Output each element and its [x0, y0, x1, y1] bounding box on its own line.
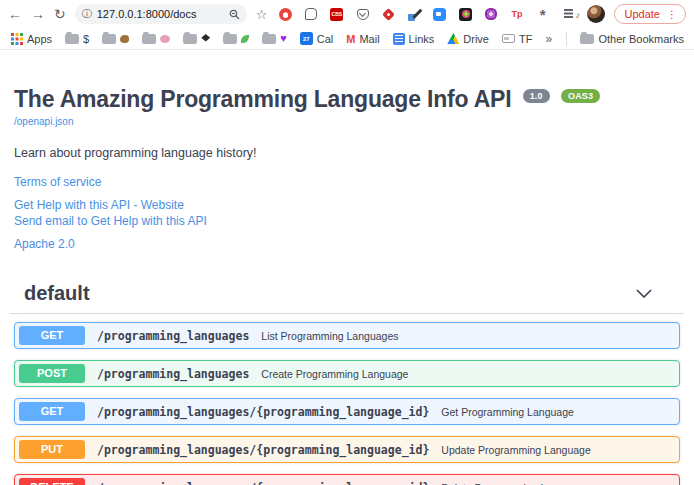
drive-icon — [447, 33, 459, 44]
op-summary: Get Programming Language — [441, 406, 574, 418]
openapi-spec-link[interactable]: /openapi.json — [14, 116, 74, 127]
op-summary: Update Programming Language — [441, 444, 590, 456]
bookmark-folder-horse[interactable] — [102, 34, 129, 44]
method-badge: PUT — [19, 440, 85, 459]
color-picker-icon-shape — [408, 8, 421, 21]
zoom-meeting-icon[interactable] — [433, 7, 447, 21]
op-summary: List Programming Languages — [261, 330, 398, 342]
address-bar[interactable]: ⓘ 127.0.0.1:8000/docs — [75, 4, 247, 24]
folder-icon — [262, 34, 276, 44]
bookmark-folder-leaf[interactable] — [223, 34, 249, 44]
op-path: /programming_languages/{programming_lang… — [97, 481, 429, 485]
extensions-row: CBS Tp — [276, 7, 577, 21]
purple-heart-emoji — [280, 33, 287, 44]
folder-icon — [142, 34, 156, 44]
cbs-icon[interactable]: CBS — [330, 7, 344, 21]
bookmark-item-links[interactable]: Links — [393, 33, 435, 45]
folder-icon — [183, 34, 197, 44]
help-email-link[interactable]: Send email to Get Help with this API — [14, 214, 207, 228]
op-get-languages[interactable]: GET /programming_languages List Programm… — [14, 322, 680, 349]
purple-flower-icon[interactable] — [484, 7, 498, 21]
tp-icon[interactable]: Tp — [510, 7, 524, 21]
oas3-badge: OAS3 — [561, 89, 600, 103]
bookmark-star-icon[interactable]: ☆ — [256, 7, 268, 22]
chat-bubble-icon-shape — [305, 8, 317, 20]
method-badge: GET — [19, 326, 85, 345]
bookmark-label: Cal — [317, 33, 334, 45]
graduation-cap-emoji — [201, 34, 210, 43]
pocket-icon[interactable] — [356, 7, 370, 21]
chat-bubble-icon[interactable] — [304, 7, 318, 21]
api-links: Terms of service Get Help with this API … — [14, 175, 680, 251]
op-path: /programming_languages — [97, 367, 249, 381]
page-title-text: The Amazing Programming Language Info AP… — [14, 86, 511, 112]
reload-icon[interactable]: ↻ — [54, 7, 66, 21]
bookmark-item-cal[interactable]: 27 Cal — [300, 32, 334, 45]
dark-flower-icon[interactable] — [459, 7, 473, 21]
op-post-language[interactable]: POST /programming_languages Create Progr… — [14, 360, 680, 387]
overflow-chevron-icon: » — [545, 32, 552, 46]
bookmark-label: Drive — [463, 33, 489, 45]
help-website-link[interactable]: Get Help with this API - Website — [14, 198, 184, 212]
bookmarks-overflow[interactable]: » — [545, 32, 552, 46]
bookmark-item-drive[interactable]: Drive — [447, 33, 489, 45]
method-badge: GET — [19, 402, 85, 421]
bookmark-item-tf[interactable]: TF — [502, 33, 532, 45]
default-tag-section: default GET /programming_languages List … — [0, 276, 694, 485]
op-path: /programming_languages — [97, 329, 249, 343]
api-description: Learn about programming language history… — [14, 146, 680, 160]
tp-icon-label: Tp — [512, 9, 523, 19]
diamond-arrow-icon-shape — [382, 8, 395, 21]
browser-toolbar: ← → ↻ ⓘ 127.0.0.1:8000/docs ☆ CBS Tp Upd… — [0, 0, 694, 28]
playlist-music-icon-shape — [564, 9, 573, 11]
diamond-arrow-icon[interactable] — [381, 7, 395, 21]
version-badge: 1.0 — [523, 89, 550, 103]
gmail-icon — [346, 33, 355, 45]
brain-emoji — [160, 35, 170, 43]
browser-menu-icon[interactable] — [667, 9, 677, 20]
op-get-language-by-id[interactable]: GET /programming_languages/{programming_… — [14, 398, 680, 425]
site-info-icon[interactable]: ⓘ — [82, 7, 92, 21]
zoom-meeting-icon-shape — [433, 8, 446, 21]
bookmarks-bar: Apps $ 27 Cal Mail Links Drive — [0, 28, 694, 50]
bookmark-item-apps[interactable]: Apps — [10, 32, 52, 45]
license-link[interactable]: Apache 2.0 — [14, 237, 75, 251]
bookmark-folder-purple-heart[interactable] — [262, 33, 287, 44]
folder-icon — [223, 34, 237, 44]
op-summary: Delete Programming Language — [441, 482, 587, 485]
bookmarks-divider — [566, 32, 567, 46]
bookmark-label: $ — [83, 33, 89, 45]
back-icon[interactable]: ← — [8, 7, 22, 21]
terms-of-service-link[interactable]: Terms of service — [14, 175, 101, 189]
dark-flower-icon-shape — [459, 8, 472, 21]
playlist-music-icon[interactable] — [561, 7, 575, 21]
bookmark-folder-brain[interactable] — [142, 34, 170, 44]
tag-title: default — [24, 282, 90, 305]
op-put-language[interactable]: PUT /programming_languages/{programming_… — [14, 436, 680, 463]
bookmark-folder-dollar[interactable]: $ — [65, 33, 89, 45]
update-button[interactable]: Update — [614, 4, 686, 24]
bookmark-label: Mail — [359, 33, 379, 45]
adblocker-icon[interactable] — [278, 7, 292, 21]
tag-header[interactable]: default — [10, 276, 684, 314]
gray-asterisk-icon[interactable] — [536, 7, 550, 21]
profile-avatar[interactable] — [587, 5, 605, 23]
bookmarks-right-group: Other Bookmarks — [566, 32, 684, 46]
api-info-section: The Amazing Programming Language Info AP… — [0, 50, 694, 251]
bookmark-label: Apps — [27, 33, 52, 45]
bookmark-item-mail[interactable]: Mail — [346, 33, 379, 45]
op-delete-language[interactable]: DELETE /programming_languages/{programmi… — [14, 474, 680, 485]
other-bookmarks[interactable]: Other Bookmarks — [580, 33, 684, 45]
page-title: The Amazing Programming Language Info AP… — [14, 86, 680, 113]
purple-flower-icon-shape — [485, 8, 497, 20]
color-picker-icon[interactable] — [407, 7, 421, 21]
forward-icon[interactable]: → — [31, 7, 45, 21]
folder-icon — [102, 34, 116, 44]
url-text[interactable]: 127.0.0.1:8000/docs — [97, 8, 224, 20]
op-path: /programming_languages/{programming_lang… — [97, 443, 429, 457]
zoom-page-icon[interactable] — [229, 9, 240, 20]
bookmark-folder-graduation[interactable] — [183, 34, 210, 44]
chevron-down-icon[interactable] — [636, 289, 652, 298]
folder-icon — [580, 34, 594, 44]
links-icon — [393, 33, 405, 45]
